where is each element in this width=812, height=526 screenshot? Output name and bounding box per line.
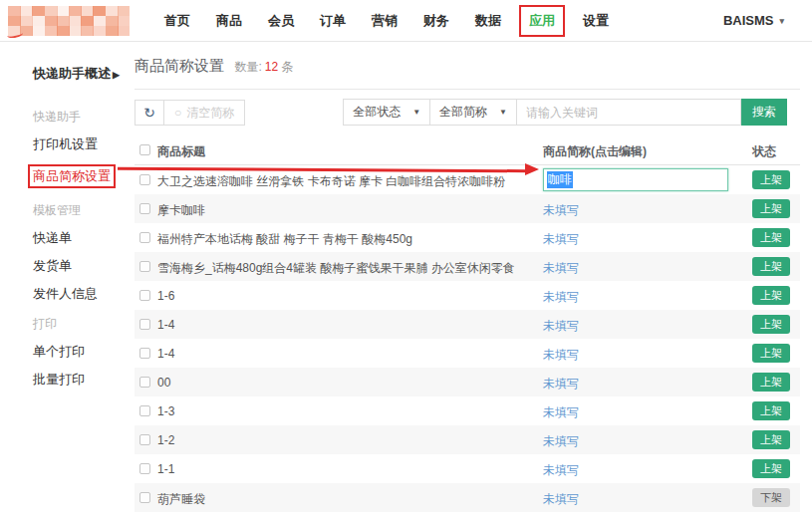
product-title: 1-3 [157,404,174,418]
product-title: 雪海梅乡_话梅480g组合4罐装 酸梅子蜜饯果干果脯 办公室休闲零食 [157,260,515,277]
row-checkbox[interactable] [139,232,150,243]
row-checkbox[interactable] [139,348,150,359]
keyword-search-input[interactable] [516,99,741,126]
sidebar: 快递助手概述▶快递助手打印机设置商品简称设置模板管理快递单发货单发件人信息打印单… [0,42,135,399]
product-title: 大卫之选速溶咖啡 丝滑拿铁 卡布奇诺 摩卡 白咖啡组合特浓咖啡粉 [157,173,505,190]
sidebar-item-1: 快递助手 [33,109,135,125]
clear-shortname-button[interactable]: ○ 清空简称 [163,100,245,126]
status-badge: 上架 [752,228,790,247]
shortname-filter-select[interactable]: 全部简称 ▼ [429,99,517,126]
nav-item-1[interactable]: 商品 [203,0,255,41]
sidebar-item-label: 快递助手 [33,110,81,124]
nav-item-0[interactable]: 首页 [151,0,203,41]
sidebar-item-9[interactable]: 单个打印 [33,344,135,360]
table-row: 1-1未填写上架 [135,454,800,483]
search-button[interactable]: 搜索 [741,99,787,126]
shortname-selected-text: 咖啡 [547,171,573,188]
status-badge: 上架 [752,286,790,305]
sidebar-item-2[interactable]: 打印机设置 [33,136,135,152]
table-row: 摩卡咖啡未填写上架 [135,194,800,223]
filter-group: 全部状态 ▼ 全部简称 ▼ 搜索 [344,99,787,126]
nav-item-2[interactable]: 会员 [255,0,307,41]
nav-item-3[interactable]: 订单 [307,0,359,41]
chevron-down-icon: ▼ [499,108,507,117]
row-checkbox[interactable] [139,463,150,474]
shortname-empty-link[interactable]: 未填写 [543,462,579,479]
shortname-empty-link[interactable]: 未填写 [543,404,579,421]
shortname-filter-value: 全部简称 [439,104,487,121]
row-checkbox[interactable] [139,405,150,416]
product-title: 1-4 [157,318,174,332]
sidebar-item-label: 发件人信息 [33,286,98,301]
table-row: 1-4未填写上架 [135,310,800,339]
nav-item-4[interactable]: 营销 [359,0,410,41]
row-checkbox[interactable] [139,261,150,272]
nav-item-6[interactable]: 数据 [462,0,514,41]
table-header-row: 商品标题 商品简称(点击编辑) 状态 [135,135,800,165]
sidebar-item-5[interactable]: 快递单 [33,230,135,246]
annotation-arrow-head [525,163,539,175]
product-title: 1-2 [157,433,174,447]
nav-item-5[interactable]: 财务 [410,0,462,41]
status-badge: 上架 [752,257,790,276]
shortname-empty-link[interactable]: 未填写 [543,289,579,306]
sidebar-item-7[interactable]: 发件人信息 [33,286,135,302]
account-menu[interactable]: BAISMS ▾ [723,0,784,41]
count-label: 数量: [234,60,261,74]
nav-item-8[interactable]: 设置 [570,0,622,41]
status-filter-select[interactable]: 全部状态 ▼ [343,99,430,126]
shortname-empty-link[interactable]: 未填写 [543,347,579,364]
sidebar-item-10[interactable]: 批量打印 [33,372,135,388]
shortname-empty-link[interactable]: 未填写 [543,491,579,508]
sidebar-item-8: 打印 [33,316,135,332]
product-title: 1-4 [157,347,174,361]
main-content: 商品简称设置 数量:12条 ↻ ○ 清空简称 全部状态 ▼ 全部简称 ▼ 搜索 [135,42,800,512]
sidebar-item-0[interactable]: 快递助手概述▶ [33,66,135,83]
column-header-status: 状态 [752,143,776,160]
shortname-empty-link[interactable]: 未填写 [543,318,579,335]
logo-scribble [7,30,24,39]
table-row: 00未填写上架 [135,368,800,396]
row-checkbox[interactable] [139,319,150,330]
product-title: 1-6 [157,289,174,303]
nav-item-7[interactable]: 应用 [519,5,565,37]
toolbar: ↻ ○ 清空简称 全部状态 ▼ 全部简称 ▼ 搜索 [135,90,800,135]
row-checkbox[interactable] [139,174,150,185]
status-badge: 上架 [752,459,790,478]
chevron-right-icon: ▶ [113,70,120,80]
record-count: 数量:12条 [234,60,293,74]
row-checkbox[interactable] [139,377,150,388]
sidebar-item-label: 模板管理 [33,203,81,217]
table-row: 雪海梅乡_话梅480g组合4罐装 酸梅子蜜饯果干果脯 办公室休闲零食未填写上架 [135,252,800,281]
refresh-button[interactable]: ↻ [135,100,164,126]
row-checkbox[interactable] [139,434,150,445]
sidebar-item-6[interactable]: 发货单 [33,258,135,274]
column-header-title: 商品标题 [157,143,205,160]
chevron-down-icon: ▾ [779,16,784,26]
status-badge: 上架 [752,199,790,218]
shortname-edit-input[interactable]: 咖啡 [543,168,728,191]
status-badge: 上架 [752,373,790,392]
sidebar-item-label: 快递单 [33,230,72,245]
table-row: 1-6未填写上架 [135,281,800,310]
status-badge: 上架 [752,170,790,189]
shortname-empty-link[interactable]: 未填写 [543,202,579,219]
row-checkbox[interactable] [139,290,150,301]
table-row: 1-4未填写上架 [135,339,800,368]
account-name: BAISMS [723,13,774,28]
sidebar-item-label: 商品简称设置 [28,164,116,188]
status-badge: 下架 [752,488,790,507]
toolbar-button-group: ↻ ○ 清空简称 [135,100,245,126]
top-bar: 首页商品会员订单营销财务数据应用设置 BAISMS ▾ [0,0,812,42]
shortname-empty-link[interactable]: 未填写 [543,231,579,248]
row-checkbox[interactable] [139,203,150,214]
row-checkbox[interactable] [139,492,150,503]
table-body: 大卫之选速溶咖啡 丝滑拿铁 卡布奇诺 摩卡 白咖啡组合特浓咖啡粉咖啡上架摩卡咖啡… [135,165,800,512]
page-header: 商品简称设置 数量:12条 [135,42,800,90]
product-title: 福州特产本地话梅 酸甜 梅子干 青梅干 酸梅450g [157,231,412,248]
shortname-empty-link[interactable]: 未填写 [543,433,579,450]
select-all-checkbox[interactable] [139,144,150,155]
circle-icon: ○ [174,106,181,120]
shortname-empty-link[interactable]: 未填写 [543,376,579,393]
shortname-empty-link[interactable]: 未填写 [543,260,579,277]
